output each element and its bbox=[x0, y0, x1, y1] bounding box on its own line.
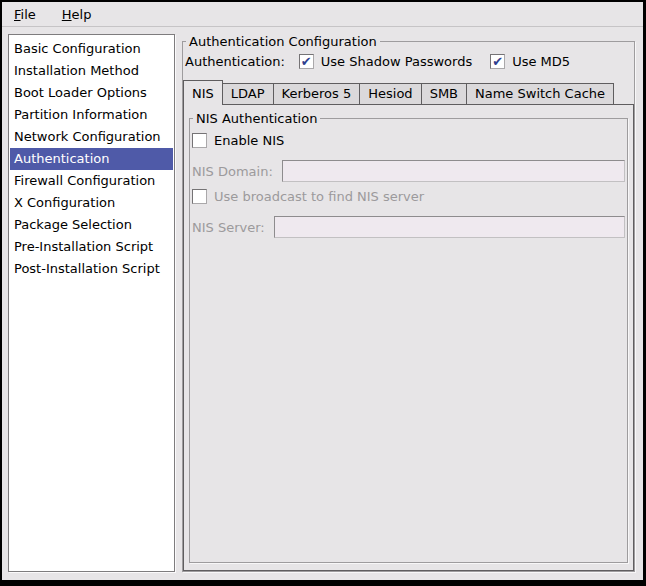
sidebar-item-post-installation-script[interactable]: Post-Installation Script bbox=[10, 258, 173, 280]
sidebar-item-partition-information[interactable]: Partition Information bbox=[10, 104, 173, 126]
tab-name-switch-cache[interactable]: Name Switch Cache bbox=[466, 83, 614, 104]
enable-nis-checkbox[interactable]: ✔ Enable NIS bbox=[192, 133, 284, 148]
sidebar-item-installation-method[interactable]: Installation Method bbox=[10, 60, 173, 82]
nis-auth-frame-title: NIS Authentication bbox=[193, 111, 320, 126]
use-md5-checkbox[interactable]: ✔ Use MD5 bbox=[490, 54, 570, 69]
use-broadcast-checkbox[interactable]: ✔ Use broadcast to find NIS server bbox=[192, 189, 424, 204]
nis-server-input[interactable] bbox=[274, 216, 625, 238]
sidebar-item-basic-configuration[interactable]: Basic Configuration bbox=[10, 38, 173, 60]
nis-auth-frame: NIS Authentication ✔ Enable NIS NIS Doma… bbox=[189, 111, 628, 563]
sidebar-item-authentication[interactable]: Authentication bbox=[10, 148, 173, 170]
auth-options-row: Authentication: ✔ Use Shadow Passwords ✔… bbox=[183, 49, 634, 78]
checkmark-icon: ✔ bbox=[301, 55, 312, 68]
sidebar-item-pre-installation-script[interactable]: Pre-Installation Script bbox=[10, 236, 173, 258]
menu-help[interactable]: Help bbox=[56, 5, 98, 24]
tab-smb[interactable]: SMB bbox=[421, 83, 467, 104]
main-content: Basic Configuration Installation Method … bbox=[2, 27, 643, 580]
sidebar-item-package-selection[interactable]: Package Selection bbox=[10, 214, 173, 236]
sidebar-item-boot-loader-options[interactable]: Boot Loader Options bbox=[10, 82, 173, 104]
enable-nis-label: Enable NIS bbox=[214, 133, 284, 148]
use-md5-label: Use MD5 bbox=[512, 54, 570, 69]
menubar: File Help bbox=[2, 2, 643, 27]
sidebar-item-x-configuration[interactable]: X Configuration bbox=[10, 192, 173, 214]
checkbox-box: ✔ bbox=[299, 54, 314, 69]
nis-domain-label: NIS Domain: bbox=[192, 164, 273, 179]
auth-tab-bar: NIS LDAP Kerberos 5 Hesiod SMB Name Swit… bbox=[183, 78, 634, 104]
nis-tab-panel: NIS Authentication ✔ Enable NIS NIS Doma… bbox=[183, 104, 634, 571]
broadcast-row: ✔ Use broadcast to find NIS server bbox=[192, 189, 625, 204]
nis-server-label: NIS Server: bbox=[192, 220, 265, 235]
auth-config-frame: Authentication Configuration Authenticat… bbox=[182, 34, 635, 572]
checkbox-box: ✔ bbox=[192, 133, 207, 148]
use-broadcast-label: Use broadcast to find NIS server bbox=[214, 189, 424, 204]
tab-nis[interactable]: NIS bbox=[183, 80, 223, 105]
checkmark-icon: ✔ bbox=[492, 55, 503, 68]
category-list: Basic Configuration Installation Method … bbox=[8, 34, 175, 572]
use-shadow-passwords-label: Use Shadow Passwords bbox=[321, 54, 472, 69]
nis-domain-input[interactable] bbox=[282, 160, 625, 182]
tab-ldap[interactable]: LDAP bbox=[222, 83, 274, 104]
sidebar-item-firewall-configuration[interactable]: Firewall Configuration bbox=[10, 170, 173, 192]
sidebar-item-network-configuration[interactable]: Network Configuration bbox=[10, 126, 173, 148]
authentication-label: Authentication: bbox=[185, 54, 285, 69]
tab-kerberos-5[interactable]: Kerberos 5 bbox=[273, 83, 361, 104]
app-window: File Help Basic Configuration Installati… bbox=[0, 0, 646, 586]
use-shadow-passwords-checkbox[interactable]: ✔ Use Shadow Passwords bbox=[299, 54, 472, 69]
enable-nis-row: ✔ Enable NIS bbox=[192, 133, 625, 148]
nis-domain-row: NIS Domain: bbox=[192, 160, 625, 182]
auth-notebook: NIS LDAP Kerberos 5 Hesiod SMB Name Swit… bbox=[183, 78, 634, 571]
checkbox-box: ✔ bbox=[192, 189, 207, 204]
menu-file[interactable]: File bbox=[8, 5, 42, 24]
nis-server-row: NIS Server: bbox=[192, 216, 625, 238]
checkbox-box: ✔ bbox=[490, 54, 505, 69]
tab-hesiod[interactable]: Hesiod bbox=[359, 83, 421, 104]
auth-config-frame-title: Authentication Configuration bbox=[186, 34, 380, 49]
